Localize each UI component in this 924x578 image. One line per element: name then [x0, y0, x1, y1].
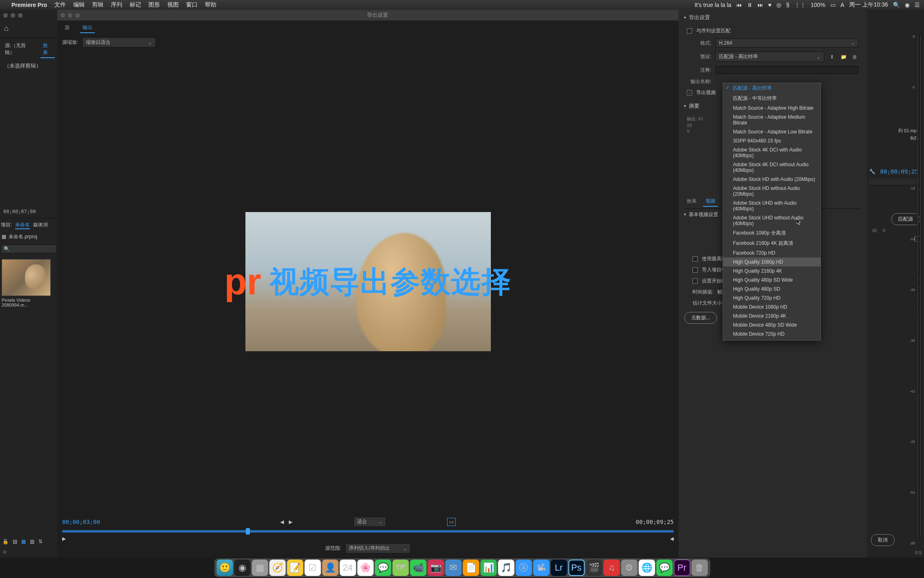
- preset-item[interactable]: High Quality 1080p HD: [723, 257, 821, 266]
- preset-item[interactable]: 3GPP 640x480 15 fps: [723, 136, 821, 145]
- dock-launchpad[interactable]: ▦: [252, 560, 268, 576]
- preset-item[interactable]: Adobe Stock 4K DCI with Audio (40Mbps): [723, 145, 821, 160]
- dock-itunes[interactable]: 🎵: [498, 560, 514, 576]
- dock-safari[interactable]: 🧭: [269, 560, 286, 576]
- preset-item[interactable]: Adobe Stock 4K DCI without Audio (40Mbps…: [723, 160, 821, 175]
- preset-item[interactable]: Match Source - Adaptive High Bitrate: [723, 104, 821, 113]
- dock-photoshop[interactable]: Ps: [568, 560, 585, 576]
- wifi-icon[interactable]: ⋮⋮: [794, 2, 806, 8]
- preset-item[interactable]: Mobile Device 480p SD Wide: [723, 321, 821, 330]
- chevron-down-icon[interactable]: ▸: [683, 214, 688, 216]
- tab-source-preview[interactable]: 源: [62, 23, 72, 33]
- dock-maps[interactable]: 🗺: [392, 560, 409, 576]
- preset-dropdown-menu[interactable]: 匹配源 - 高比特率 匹配源 - 中等比特率 Match Source - Ad…: [723, 83, 821, 341]
- preset-item[interactable]: High Quality 720p HD: [723, 294, 821, 303]
- dock-lightroom[interactable]: Lr: [551, 560, 567, 576]
- dialog-max-icon[interactable]: [75, 13, 80, 18]
- step-back-icon[interactable]: ◀: [280, 519, 284, 525]
- minimize-icon[interactable]: [11, 13, 15, 18]
- timeline-slider[interactable]: [62, 530, 674, 533]
- dock-finder[interactable]: 🙂: [216, 560, 233, 576]
- preset-item[interactable]: Match Source - Adaptive Medium Bitrate: [723, 113, 821, 127]
- app-name[interactable]: Premiere Pro: [11, 2, 47, 8]
- tab-output-preview[interactable]: 输出: [80, 23, 95, 33]
- project-file-name[interactable]: 未命名.prproj: [9, 233, 37, 240]
- dock-trash[interactable]: 🗑: [691, 560, 708, 576]
- icon-view-icon[interactable]: ▦: [21, 539, 26, 544]
- delete-preset-icon[interactable]: 🗑: [851, 53, 859, 61]
- tab-source[interactable]: 源:（无剪辑）: [2, 41, 36, 58]
- close-icon[interactable]: [3, 13, 8, 18]
- playhead[interactable]: [246, 528, 250, 535]
- clock[interactable]: 周一 上午10:36: [849, 1, 888, 9]
- preset-item[interactable]: Mobile Device 720p HD: [723, 330, 821, 339]
- wrench-icon[interactable]: 🔧: [869, 169, 875, 174]
- spotlight-icon[interactable]: 🔍: [893, 2, 900, 8]
- tab-video-export[interactable]: 视频: [703, 196, 718, 207]
- range-dropdown[interactable]: 序列切入/序列切出: [345, 543, 411, 553]
- preset-item[interactable]: 匹配源 - 中等比特率: [723, 93, 821, 104]
- dock-mail[interactable]: ✉: [445, 560, 461, 576]
- freeform-icon[interactable]: ▥: [30, 539, 34, 544]
- tab-effects-export[interactable]: 效果: [684, 196, 699, 207]
- dock-finalcut[interactable]: 🎬: [586, 560, 602, 576]
- dialog-close-icon[interactable]: [61, 13, 65, 18]
- preset-item[interactable]: Adobe Stock UHD with Audio (40Mbps): [723, 199, 821, 213]
- tab-effects[interactable]: 效果: [40, 41, 55, 58]
- comment-input[interactable]: [715, 66, 859, 74]
- settings-icon[interactable]: ⚙: [0, 547, 57, 558]
- out-marker-icon[interactable]: ◀: [670, 536, 674, 542]
- menu-edit[interactable]: 编辑: [73, 1, 85, 9]
- preset-item[interactable]: 匹配源 - 高比特率: [723, 83, 821, 93]
- siri-icon[interactable]: ◉: [905, 2, 910, 8]
- menu-sequence[interactable]: 序列: [111, 1, 122, 9]
- next-track-icon[interactable]: ⏭: [758, 2, 763, 8]
- tab-media[interactable]: 媒体浏: [33, 221, 48, 229]
- step-fwd-icon[interactable]: ▶: [289, 519, 292, 525]
- aspect-icon[interactable]: ▭: [447, 518, 456, 526]
- export-video-checkbox[interactable]: [687, 90, 692, 95]
- preset-item[interactable]: Facebook 720p HD: [723, 248, 821, 257]
- format-dropdown[interactable]: H.264: [715, 38, 859, 47]
- input-icon[interactable]: A: [841, 2, 844, 8]
- heart-icon[interactable]: ♥: [768, 2, 771, 8]
- dock-pages[interactable]: 📄: [463, 560, 479, 576]
- control-center-icon[interactable]: ☰: [915, 2, 920, 8]
- menu-help[interactable]: 帮助: [205, 1, 216, 9]
- solo-label[interactable]: S S: [915, 551, 922, 555]
- import-preset-icon[interactable]: 📁: [840, 53, 847, 61]
- dock-numbers[interactable]: 📊: [480, 560, 497, 576]
- menu-view[interactable]: 视图: [167, 1, 179, 9]
- preset-item[interactable]: High Quality 480p SD Wide: [723, 275, 821, 284]
- preset-item[interactable]: Adobe Stock UHD without Audio (40Mbps): [723, 213, 821, 228]
- chevron-down-icon[interactable]: ▸: [683, 105, 688, 107]
- pause-icon[interactable]: ⏸: [747, 2, 753, 8]
- dock-calendar[interactable]: 24: [339, 560, 356, 576]
- battery-icon[interactable]: ▭: [830, 2, 836, 8]
- preset-item[interactable]: Adobe Stock HD with Audio (20Mbps): [723, 175, 821, 184]
- dock-contacts[interactable]: 👤: [322, 560, 338, 576]
- preset-item[interactable]: Adobe Stock HD without Audio (20Mbps): [723, 184, 821, 199]
- cancel-button[interactable]: 取消: [871, 534, 895, 546]
- preset-item[interactable]: Twitter 1080p 全高清: [723, 339, 821, 341]
- dock-preferences[interactable]: ⚙: [621, 560, 637, 576]
- dock-photos[interactable]: 🌸: [357, 560, 373, 576]
- preset-item[interactable]: Facebook 1080p 全高清: [723, 228, 821, 238]
- menu-marker[interactable]: 标记: [130, 1, 141, 9]
- chevron-down-icon[interactable]: ▸: [683, 17, 688, 19]
- maximize-icon[interactable]: [18, 13, 22, 18]
- dock-photobooth[interactable]: 📷: [427, 560, 444, 576]
- fit-dropdown[interactable]: 适合: [353, 517, 386, 527]
- out-timecode[interactable]: 00;00;09;25: [636, 519, 674, 525]
- menu-file[interactable]: 文件: [54, 1, 66, 9]
- menu-clip[interactable]: 剪辑: [92, 1, 103, 9]
- in-marker-icon[interactable]: ▶: [62, 536, 66, 542]
- max-render-checkbox[interactable]: [692, 256, 698, 262]
- home-icon[interactable]: ⌂: [4, 24, 9, 33]
- dialog-min-icon[interactable]: [68, 13, 72, 18]
- metadata-button[interactable]: 元数据...: [684, 312, 717, 324]
- preset-dropdown-trigger[interactable]: 匹配源 - 高比特率: [715, 52, 824, 62]
- preset-item[interactable]: Mobile Device 1080p HD: [723, 303, 821, 312]
- dock-keynote[interactable]: 📽: [533, 560, 549, 576]
- in-timecode[interactable]: 00;00;03;00: [62, 519, 100, 525]
